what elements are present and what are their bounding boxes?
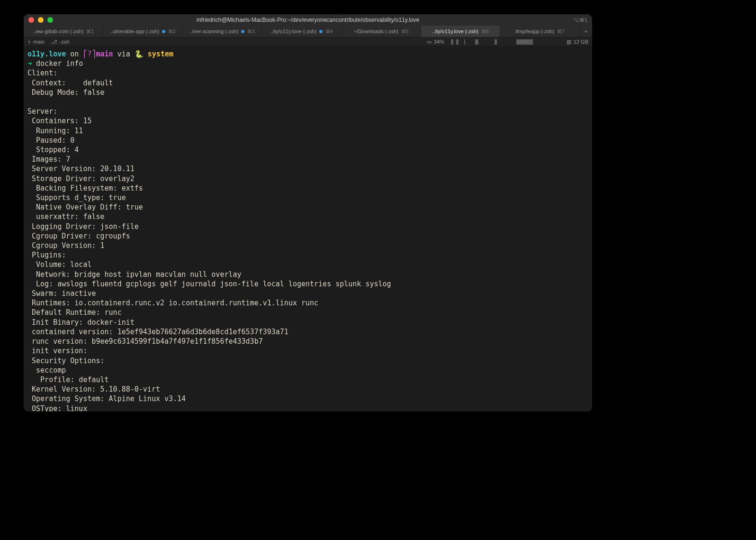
tab-label: ..ulnerable-app (-zsh) <box>110 28 160 34</box>
prompt-on: on <box>70 50 79 58</box>
command-text: docker info <box>36 59 83 68</box>
branch-icon <box>27 38 31 45</box>
prompt-via: via <box>117 50 130 58</box>
tab-shortcut: ⌘4 <box>325 29 333 34</box>
status-branch: main <box>27 38 45 45</box>
status-tool: -zsh <box>51 39 70 45</box>
status-branch-name: main <box>33 39 45 45</box>
tab-shortcut: ⌘6 <box>481 29 489 34</box>
minimize-icon[interactable] <box>38 17 44 23</box>
tab[interactable]: ..ity/o11y.love (-zsh)⌘4 <box>262 26 342 37</box>
snake-icon: 🐍 <box>135 50 144 58</box>
tab-shortcut: ⌘3 <box>247 29 255 34</box>
activity-dot-icon <box>241 30 244 33</box>
tab-label: ..ity/o11y.love (-zsh) <box>270 28 316 34</box>
tab[interactable]: ..ww-gitlab-com (-zsh)⌘1 <box>24 26 103 37</box>
tab[interactable]: /tmp/leapp (-zsh)⌘7 <box>500 26 580 37</box>
close-icon[interactable] <box>28 17 34 23</box>
tab-label: ..ww-gitlab-com (-zsh) <box>33 28 84 34</box>
pane-indicator: ⌥⌘1 <box>573 17 587 23</box>
traffic-lights <box>28 17 53 23</box>
tab-label: /tmp/leapp (-zsh) <box>515 28 555 34</box>
status-ram-value: 12 GB <box>574 39 588 45</box>
tab-bar: ..ww-gitlab-com (-zsh)⌘1..ulnerable-app … <box>24 26 592 37</box>
tab-label: ..ity/o11y.love (-zsh) <box>432 28 478 34</box>
command-output: Client: Context: default Debug Mode: fal… <box>27 69 391 412</box>
activity-dot-icon <box>162 30 165 33</box>
tab-shortcut: ⌘1 <box>86 29 94 34</box>
status-tool-name: -zsh <box>60 39 70 45</box>
cpu-sparkline <box>451 39 560 45</box>
status-cpu: 34% <box>427 39 444 45</box>
titlebar: mfriedrich@Michaels-MacBook-Pro:~/dev/ev… <box>24 14 592 26</box>
tab[interactable]: ~/Downloads (-zsh)⌘5 <box>342 26 421 37</box>
tab[interactable]: ..iner-scanning (-zsh)⌘3 <box>182 26 262 37</box>
terminal-body[interactable]: o11y.love on ⎡?⎤main via 🐍 system ➜ dock… <box>24 46 592 412</box>
tab-shortcut: ⌘2 <box>168 29 176 34</box>
status-cpu-value: 34% <box>434 39 444 45</box>
tab-label: ~/Downloads (-zsh) <box>353 28 398 34</box>
tab[interactable]: ..ulnerable-app (-zsh)⌘2 <box>103 26 183 37</box>
prompt-system: system <box>148 50 173 58</box>
prompt-branch-box: ⎡?⎤ <box>83 50 96 58</box>
terminal-window: mfriedrich@Michaels-MacBook-Pro:~/dev/ev… <box>24 14 592 412</box>
prompt-arrow: ➜ <box>27 59 32 68</box>
ram-icon <box>567 39 571 45</box>
zoom-icon[interactable] <box>47 17 53 23</box>
git-icon <box>51 39 57 45</box>
add-tab-button[interactable]: + <box>580 26 592 37</box>
activity-dot-icon <box>319 30 323 33</box>
window-title: mfriedrich@Michaels-MacBook-Pro:~/dev/ev… <box>24 17 592 23</box>
tab-shortcut: ⌘5 <box>401 29 409 34</box>
tab-label: ..iner-scanning (-zsh) <box>189 28 238 34</box>
prompt-branch: main <box>96 50 113 58</box>
cpu-icon <box>427 39 432 45</box>
status-line: main -zsh 34% 12 GB <box>24 37 592 46</box>
tab[interactable]: ..ity/o11y.love (-zsh)⌘6 <box>421 26 501 37</box>
status-ram: 12 GB <box>567 39 588 45</box>
prompt-dir: o11y.love <box>27 50 66 58</box>
tab-shortcut: ⌘7 <box>557 29 565 34</box>
